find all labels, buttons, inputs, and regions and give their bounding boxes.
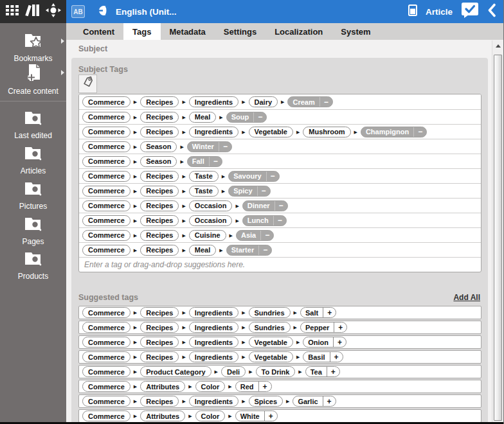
tag-pill[interactable]: Recipes — [140, 127, 179, 137]
scrollbar-thumb[interactable] — [494, 55, 502, 421]
add-tag-button[interactable]: + — [333, 337, 346, 347]
tag-pill[interactable]: Recipes — [140, 186, 179, 197]
tag-pill[interactable]: Attributes — [140, 411, 185, 421]
remove-tag-button[interactable]: − — [257, 186, 270, 196]
tag-pill[interactable]: Commerce — [82, 127, 130, 137]
add-tag-button[interactable]: + — [323, 396, 336, 406]
tag-pill[interactable]: Recipes — [140, 112, 179, 123]
tag-pill[interactable]: Commerce — [82, 96, 130, 107]
tag-pill-leaf[interactable]: Red+ — [235, 381, 272, 392]
tag-pill[interactable]: Commerce — [82, 396, 130, 407]
tag-pill[interactable]: Occasion — [189, 215, 233, 226]
tag-pill-leaf[interactable]: Dinner− — [242, 200, 288, 211]
tag-pill[interactable]: Commerce — [82, 337, 130, 348]
tag-pill-leaf[interactable]: Lunch− — [242, 215, 287, 226]
tag-pill-leaf[interactable]: Winter− — [187, 141, 232, 152]
tag-pill[interactable]: Commerce — [82, 112, 130, 123]
remove-tag-button[interactable]: − — [258, 245, 271, 255]
tag-pill[interactable]: Mushroom — [303, 127, 350, 137]
tag-pill-leaf[interactable]: Garlic+ — [292, 396, 336, 407]
tag-pill[interactable]: Season — [140, 156, 177, 167]
tag-pill-leaf[interactable]: Basil+ — [303, 351, 343, 362]
tag-pill[interactable]: Color — [195, 411, 226, 421]
tag-pill[interactable]: Commerce — [82, 230, 130, 241]
tag-pill[interactable]: Season — [140, 141, 177, 152]
tag-pill-leaf[interactable]: Soup− — [226, 112, 267, 123]
tab-system[interactable]: System — [332, 23, 379, 40]
tag-pill-leaf[interactable]: Fall− — [187, 156, 222, 167]
tag-input-row[interactable]: Enter a tag or drag-and-drop suggestions… — [79, 257, 481, 272]
add-all-link[interactable]: Add All — [453, 293, 480, 302]
tag-tool-button[interactable] — [78, 75, 97, 93]
add-tag-button[interactable]: + — [264, 411, 277, 421]
tag-pill[interactable]: Product Category — [140, 366, 211, 377]
add-tag-button[interactable]: + — [323, 308, 336, 317]
tag-pill[interactable]: Sundries — [249, 307, 291, 318]
scrollbar-up-button[interactable] — [492, 40, 504, 51]
tag-pill[interactable]: Recipes — [140, 215, 179, 226]
sidebar-item-articles[interactable]: Articles — [0, 146, 66, 175]
tag-pill-leaf[interactable]: Spicy− — [228, 186, 270, 197]
tag-pill[interactable]: Ingredients — [189, 307, 239, 318]
tag-pill[interactable]: Spices — [249, 396, 283, 407]
sidebar-item-last-edited[interactable]: Last edited — [0, 110, 66, 140]
tag-pill[interactable]: Commerce — [82, 322, 130, 333]
tag-pill-leaf[interactable]: Pepper+ — [300, 322, 347, 333]
tag-pill-leaf[interactable]: Asia− — [236, 230, 274, 241]
tag-pill[interactable]: Commerce — [82, 307, 130, 318]
tab-content[interactable]: Content — [74, 23, 123, 40]
tag-pill-leaf[interactable]: Savoury− — [228, 171, 279, 182]
tag-pill[interactable]: Commerce — [82, 171, 130, 182]
tag-pill-leaf[interactable]: Starter− — [226, 245, 272, 256]
tag-pill[interactable]: Vegetable — [249, 127, 293, 137]
remove-tag-button[interactable]: − — [274, 201, 287, 211]
collapse-chevron-left-icon[interactable] — [487, 3, 496, 20]
tag-pill[interactable]: Commerce — [82, 351, 130, 362]
ab-language-badge-icon[interactable]: AB — [71, 5, 85, 18]
tag-pill[interactable]: Commerce — [82, 200, 130, 211]
tag-pill[interactable]: Recipes — [140, 322, 179, 333]
tag-pill-leaf[interactable]: Tea+ — [305, 366, 340, 377]
remove-tag-button[interactable]: − — [413, 127, 426, 137]
app-grid-icon[interactable] — [4, 3, 20, 21]
add-tag-button[interactable]: + — [258, 382, 271, 391]
tab-settings[interactable]: Settings — [215, 23, 266, 40]
sidebar-item-products[interactable]: Products — [0, 251, 66, 281]
tag-pill[interactable]: Recipes — [140, 96, 179, 107]
sidebar-item-pages[interactable]: Pages — [0, 216, 66, 246]
add-tag-button[interactable]: + — [334, 322, 346, 332]
tag-pill-leaf[interactable]: Cream− — [287, 96, 332, 107]
tag-pill[interactable]: Deli — [221, 366, 246, 377]
tag-pill[interactable]: Taste — [189, 186, 219, 197]
add-tag-button[interactable]: + — [330, 352, 343, 362]
tag-pill[interactable]: Taste — [189, 171, 219, 182]
tag-pill[interactable]: To Drink — [256, 366, 296, 377]
tag-pill-leaf[interactable]: Champignon− — [361, 127, 427, 137]
tag-pill[interactable]: Ingredients — [189, 96, 239, 107]
tag-pill[interactable]: Sundries — [249, 322, 291, 333]
tag-pill[interactable]: Vegetable — [249, 351, 293, 362]
tag-pill[interactable]: Ingredients — [189, 322, 239, 333]
tab-metadata[interactable]: Metadata — [161, 23, 215, 40]
tag-pill-leaf[interactable]: White+ — [235, 411, 278, 421]
remove-tag-button[interactable]: − — [320, 97, 332, 107]
remove-tag-button[interactable]: − — [253, 112, 266, 122]
tag-pill[interactable]: Meal — [189, 112, 216, 123]
tag-pill[interactable]: Ingredients — [189, 396, 239, 407]
move-compass-icon[interactable] — [45, 3, 62, 21]
approve-check-bubble-icon[interactable] — [461, 2, 479, 21]
tag-pill[interactable]: Recipes — [140, 230, 179, 241]
tab-localization[interactable]: Localization — [266, 23, 332, 40]
tag-pill[interactable]: Dairy — [249, 96, 278, 107]
tag-pill[interactable]: Recipes — [140, 171, 179, 182]
tag-pill[interactable]: Vegetable — [249, 337, 293, 348]
tag-pill[interactable]: Commerce — [82, 381, 130, 392]
tag-pill[interactable]: Ingredients — [189, 351, 239, 362]
library-icon[interactable] — [25, 3, 40, 21]
globe-language-icon[interactable] — [98, 5, 109, 19]
tag-pill[interactable]: Commerce — [82, 141, 130, 152]
vertical-scrollbar[interactable] — [492, 40, 503, 422]
tag-pill[interactable]: Cuisine — [189, 230, 226, 241]
tag-pill[interactable]: Ingredients — [189, 337, 239, 348]
tag-pill[interactable]: Occasion — [189, 200, 233, 211]
